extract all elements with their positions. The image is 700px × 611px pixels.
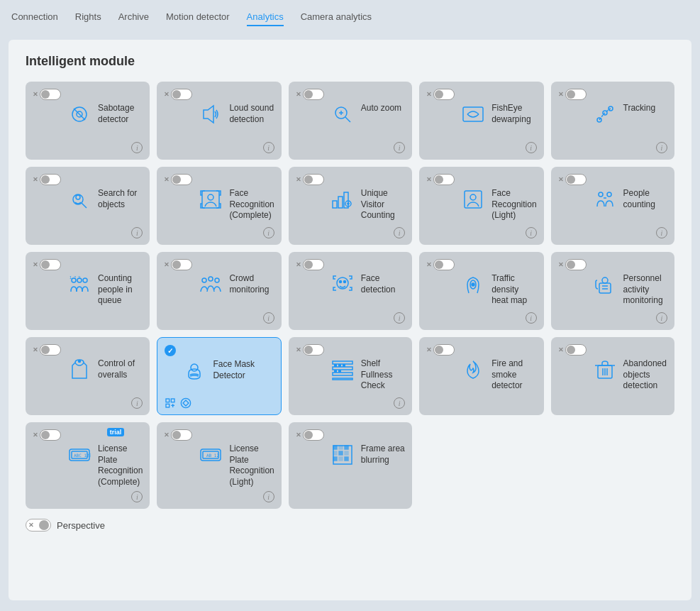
nav-rights[interactable]: Rights: [75, 9, 101, 26]
module-search-objects: ✕ Search for objects i: [26, 167, 150, 245]
main-panel: Intelligent module ✕ Sabotage detector i…: [9, 40, 691, 600]
sabotage-info[interactable]: i: [131, 142, 143, 153]
top-navigation: Connection Rights Archive Motion detecto…: [0, 0, 700, 34]
svg-text:ABC 123: ABC 123: [74, 453, 91, 458]
svg-rect-59: [338, 370, 341, 373]
perspective-toggle[interactable]: ✕: [26, 519, 51, 532]
toggle-fisheye[interactable]: ✕: [426, 89, 455, 100]
toggle-personnel-activity[interactable]: ✕: [558, 259, 587, 270]
license-plate-light-label: License Plate Recognition (Light): [229, 444, 274, 488]
svg-point-24: [470, 194, 476, 200]
toggle-sabotage[interactable]: ✕: [33, 89, 61, 100]
auto-zoom-icon: [330, 101, 355, 127]
toggle-frame-area-blurring[interactable]: ✕: [296, 429, 324, 441]
shelf-fullness-info[interactable]: i: [394, 397, 405, 409]
toggle-loud-sound[interactable]: ✕: [164, 89, 192, 100]
svg-point-43: [602, 277, 608, 283]
unique-visitor-label: Unique Visitor Counting: [361, 188, 405, 221]
nav-archive[interactable]: Archive: [118, 9, 149, 26]
traffic-heat-map-info[interactable]: i: [526, 312, 537, 324]
search-objects-info[interactable]: i: [131, 227, 143, 238]
face-detection-info[interactable]: i: [394, 312, 405, 324]
face-recognition-complete-info[interactable]: i: [263, 227, 274, 238]
loud-sound-info[interactable]: i: [263, 142, 274, 153]
toggle-tracking[interactable]: ✕: [558, 89, 587, 100]
toggle-license-plate-complete[interactable]: ✕: [33, 429, 61, 441]
control-overalls-label: Control of overalls: [98, 358, 143, 380]
svg-rect-73: [339, 446, 343, 449]
toggle-abandoned-objects[interactable]: ✕: [558, 344, 587, 356]
fisheye-info[interactable]: i: [526, 142, 537, 153]
svg-point-39: [343, 281, 345, 283]
unique-visitor-icon: [330, 187, 355, 212]
license-plate-complete-info[interactable]: i: [131, 491, 143, 502]
toggle-search-objects[interactable]: ✕: [33, 174, 61, 185]
tracking-label: Tracking: [623, 103, 667, 114]
module-abandoned-objects: ✕ Abandoned objects detection: [551, 337, 674, 415]
toggle-counting-queue[interactable]: ✕: [33, 259, 61, 270]
svg-rect-75: [333, 451, 337, 455]
toggle-shelf-fullness[interactable]: ✕: [296, 344, 324, 356]
nav-motion-detector[interactable]: Motion detector: [166, 9, 230, 26]
svg-rect-76: [339, 451, 343, 455]
toggle-control-overalls[interactable]: ✕: [33, 344, 61, 356]
svg-rect-52: [333, 367, 352, 370]
svg-text:AB 12: AB 12: [206, 453, 219, 458]
nav-camera-analytics[interactable]: Camera analytics: [301, 9, 372, 26]
unique-visitor-info[interactable]: i: [394, 227, 405, 238]
abandoned-objects-label: Abandoned objects detection: [623, 358, 667, 392]
auto-zoom-label: Auto zoom: [361, 103, 405, 114]
shelf-fullness-label: Shelf Fullness Check: [361, 358, 405, 392]
people-counting-info[interactable]: i: [656, 227, 667, 238]
personnel-activity-label: Personnel activity monitoring: [623, 273, 667, 307]
svg-rect-49: [172, 399, 175, 402]
personnel-activity-info[interactable]: i: [656, 312, 667, 324]
toggle-face-recognition-light[interactable]: ✕: [426, 174, 455, 185]
fire-smoke-icon: [460, 357, 486, 382]
module-crowd-monitoring: ✕ Crowd monitoring i: [157, 252, 281, 330]
search-objects-icon: [67, 187, 92, 212]
toggle-crowd-monitoring[interactable]: ✕: [164, 259, 192, 270]
tracking-info[interactable]: i: [656, 142, 667, 153]
auto-zoom-info[interactable]: i: [394, 142, 405, 153]
toggle-face-mask[interactable]: ✓: [165, 345, 176, 356]
svg-rect-55: [334, 364, 337, 367]
face-recognition-complete-icon: [198, 187, 223, 212]
loud-sound-icon: [198, 101, 223, 127]
face-recognition-light-info[interactable]: i: [526, 227, 537, 238]
nav-analytics[interactable]: Analytics: [247, 9, 284, 26]
module-fire-smoke: ✕ Fire and smoke detector: [419, 337, 543, 415]
sabotage-icon: [67, 101, 92, 127]
toggle-traffic-heat-map[interactable]: ✕: [426, 259, 455, 270]
svg-point-36: [215, 278, 219, 282]
toggle-fire-smoke[interactable]: ✕: [426, 344, 455, 356]
module-face-recognition-light: ✕ Face Recognition (Light) i: [419, 167, 543, 245]
module-counting-queue: ✕ 123 Counting people in queue: [26, 252, 150, 330]
toggle-face-recognition-complete[interactable]: ✕: [164, 174, 192, 185]
license-plate-light-info[interactable]: i: [263, 491, 274, 502]
svg-rect-56: [338, 364, 341, 367]
shelf-fullness-icon: [330, 357, 355, 382]
svg-point-41: [472, 283, 474, 286]
svg-rect-77: [345, 451, 348, 455]
loud-sound-label: Loud sound detection: [229, 103, 274, 125]
crowd-monitoring-info[interactable]: i: [263, 312, 274, 324]
face-mask-icon: [182, 358, 207, 383]
module-control-overalls: ✕ Control of overalls i: [26, 337, 150, 415]
control-overalls-info[interactable]: i: [131, 397, 143, 409]
svg-rect-53: [333, 373, 352, 375]
module-auto-zoom: ✕ Auto zoom i: [289, 82, 412, 160]
nav-connection[interactable]: Connection: [11, 9, 58, 26]
toggle-license-plate-light[interactable]: ✕: [164, 429, 192, 441]
face-recognition-complete-label: Face Recognition (Complete): [229, 188, 274, 221]
toggle-auto-zoom[interactable]: ✕: [296, 89, 324, 100]
svg-marker-3: [204, 106, 213, 123]
counting-queue-label: Counting people in queue: [98, 273, 143, 307]
module-face-recognition-complete: ✕ Face Recognition (Complete) i: [157, 167, 281, 245]
svg-point-47: [191, 364, 198, 371]
toggle-unique-visitor[interactable]: ✕: [296, 174, 324, 185]
toggle-people-counting[interactable]: ✕: [558, 174, 587, 185]
toggle-face-detection[interactable]: ✕: [296, 259, 324, 270]
svg-rect-54: [333, 378, 352, 380]
svg-rect-51: [333, 361, 352, 364]
